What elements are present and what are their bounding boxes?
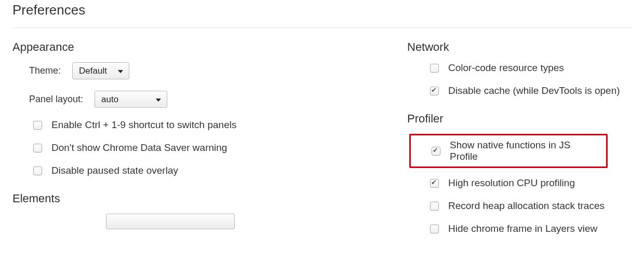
- layout-select-wrap: auto: [95, 91, 167, 108]
- layout-label: Panel layout:: [29, 93, 83, 105]
- label-colorcode: Color-code resource types: [448, 62, 564, 74]
- row-layout: Panel layout: auto: [12, 91, 407, 108]
- label-highres: High resolution CPU profiling: [448, 177, 575, 189]
- section-elements: Elements: [12, 192, 407, 229]
- column-right: Network Color-code resource types Disabl…: [407, 40, 632, 250]
- section-appearance: Appearance Theme: Default Panel layout: …: [12, 40, 407, 176]
- row-shortcut: Enable Ctrl + 1-9 shortcut to switch pan…: [12, 119, 407, 131]
- row-datasaver: Don't show Chrome Data Saver warning: [12, 142, 407, 154]
- label-datasaver: Don't show Chrome Data Saver warning: [51, 142, 227, 154]
- theme-select-wrap: Default: [72, 62, 129, 79]
- label-native: Show native functions in JS Profile: [450, 140, 597, 162]
- columns: Appearance Theme: Default Panel layout: …: [12, 40, 632, 250]
- checkbox-colorcode[interactable]: [430, 64, 439, 73]
- checkbox-native[interactable]: [432, 147, 440, 156]
- page-title: Preferences: [12, 2, 632, 18]
- section-title-profiler: Profiler: [407, 112, 632, 126]
- label-heap: Record heap allocation stack traces: [448, 200, 605, 212]
- theme-select[interactable]: Default: [72, 62, 129, 79]
- row-hidechrome: Hide chrome frame in Layers view: [407, 223, 632, 234]
- row-heap: Record heap allocation stack traces: [407, 200, 632, 212]
- label-paused: Disable paused state overlay: [51, 165, 178, 176]
- row-colorcode: Color-code resource types: [407, 62, 632, 74]
- column-left: Appearance Theme: Default Panel layout: …: [12, 40, 407, 250]
- section-title-network: Network: [407, 40, 632, 54]
- row-highres: High resolution CPU profiling: [407, 177, 632, 189]
- section-network: Network Color-code resource types Disabl…: [407, 40, 632, 96]
- section-title-elements: Elements: [12, 192, 407, 205]
- checkbox-paused[interactable]: [33, 166, 42, 175]
- layout-select[interactable]: auto: [95, 91, 167, 108]
- section-title-appearance: Appearance: [12, 40, 407, 54]
- elements-select-placeholder[interactable]: [106, 214, 235, 229]
- preferences-page: Preferences Appearance Theme: Default Pa…: [0, 0, 644, 250]
- label-disablecache: Disable cache (while DevTools is open): [448, 85, 620, 96]
- checkbox-heap[interactable]: [430, 202, 439, 211]
- checkbox-shortcut[interactable]: [33, 121, 42, 130]
- checkbox-highres[interactable]: [430, 179, 439, 188]
- section-profiler: Profiler Show native functions in JS Pro…: [407, 112, 632, 234]
- row-paused: Disable paused state overlay: [12, 165, 407, 176]
- divider: [12, 27, 632, 28]
- label-shortcut: Enable Ctrl + 1-9 shortcut to switch pan…: [51, 119, 236, 131]
- highlight-native-functions: Show native functions in JS Profile: [409, 134, 608, 168]
- row-theme: Theme: Default: [12, 62, 407, 79]
- theme-label: Theme:: [29, 65, 61, 77]
- label-hidechrome: Hide chrome frame in Layers view: [448, 223, 597, 234]
- checkbox-hidechrome[interactable]: [430, 225, 439, 233]
- row-disablecache: Disable cache (while DevTools is open): [407, 85, 632, 96]
- checkbox-disablecache[interactable]: [430, 87, 439, 95]
- checkbox-datasaver[interactable]: [33, 144, 42, 152]
